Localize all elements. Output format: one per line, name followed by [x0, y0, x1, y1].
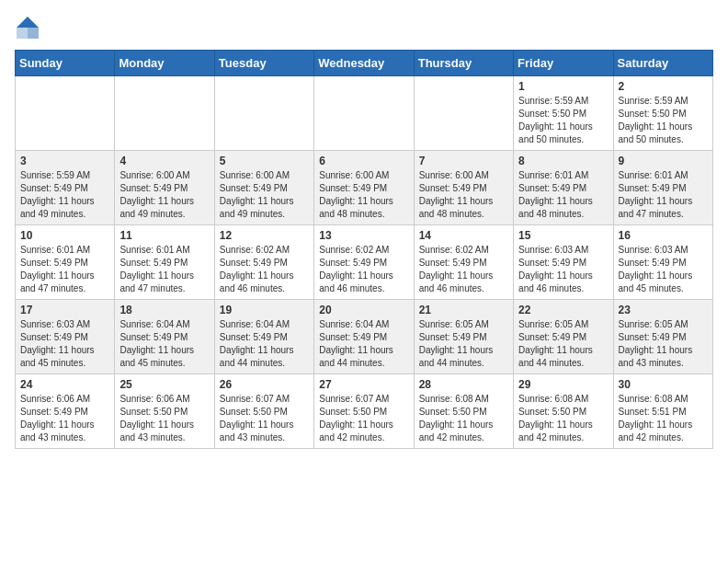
day-info: Sunrise: 6:02 AM Sunset: 5:49 PM Dayligh… [220, 244, 309, 295]
day-number: 28 [419, 378, 508, 391]
day-number: 10 [20, 229, 109, 242]
weekday-header-wednesday: Wednesday [314, 51, 414, 76]
day-number: 19 [220, 304, 309, 316]
calendar-cell: 22Sunrise: 6:05 AM Sunset: 5:49 PM Dayli… [514, 300, 613, 374]
day-number: 13 [319, 229, 408, 242]
day-number: 17 [20, 304, 109, 316]
calendar-cell: 18Sunrise: 6:04 AM Sunset: 5:49 PM Dayli… [115, 300, 214, 374]
day-number: 12 [220, 229, 309, 242]
calendar-table: SundayMondayTuesdayWednesdayThursdayFrid… [15, 50, 713, 449]
day-number: 5 [220, 155, 309, 167]
day-info: Sunrise: 6:05 AM Sunset: 5:49 PM Dayligh… [619, 318, 708, 370]
day-number: 27 [319, 378, 408, 391]
day-number: 6 [319, 155, 408, 167]
weekday-header-monday: Monday [115, 51, 214, 76]
calendar-cell: 30Sunrise: 6:08 AM Sunset: 5:51 PM Dayli… [613, 374, 712, 449]
calendar-cell: 15Sunrise: 6:03 AM Sunset: 5:49 PM Dayli… [514, 225, 613, 300]
day-info: Sunrise: 6:08 AM Sunset: 5:50 PM Dayligh… [518, 393, 608, 444]
calendar-cell: 11Sunrise: 6:01 AM Sunset: 5:49 PM Dayli… [115, 225, 214, 300]
svg-marker-2 [17, 28, 28, 39]
calendar-cell [414, 76, 513, 151]
calendar-cell: 27Sunrise: 6:07 AM Sunset: 5:50 PM Dayli… [314, 374, 414, 449]
day-number: 7 [419, 155, 508, 167]
day-number: 15 [518, 229, 608, 242]
calendar-cell: 1Sunrise: 5:59 AM Sunset: 5:50 PM Daylig… [514, 76, 613, 151]
week-row-4: 24Sunrise: 6:06 AM Sunset: 5:49 PM Dayli… [16, 374, 713, 449]
day-info: Sunrise: 6:06 AM Sunset: 5:50 PM Dayligh… [119, 393, 209, 444]
day-number: 26 [220, 378, 309, 391]
day-number: 30 [619, 378, 708, 391]
day-info: Sunrise: 6:08 AM Sunset: 5:50 PM Dayligh… [419, 393, 508, 444]
day-info: Sunrise: 5:59 AM Sunset: 5:49 PM Dayligh… [20, 169, 109, 221]
logo-icon [15, 15, 40, 40]
day-number: 8 [518, 155, 608, 167]
day-number: 20 [319, 304, 408, 316]
calendar-cell [314, 76, 414, 151]
day-number: 3 [20, 155, 109, 167]
calendar-cell: 8Sunrise: 6:01 AM Sunset: 5:49 PM Daylig… [514, 151, 613, 225]
calendar-cell [115, 76, 214, 151]
calendar-cell: 20Sunrise: 6:04 AM Sunset: 5:49 PM Dayli… [314, 300, 414, 374]
weekday-header-tuesday: Tuesday [214, 51, 313, 76]
day-info: Sunrise: 6:01 AM Sunset: 5:49 PM Dayligh… [619, 169, 708, 221]
day-number: 11 [119, 229, 209, 242]
calendar-cell: 5Sunrise: 6:00 AM Sunset: 5:49 PM Daylig… [214, 151, 313, 225]
weekday-header-friday: Friday [514, 51, 613, 76]
svg-marker-0 [17, 17, 39, 28]
calendar-cell: 28Sunrise: 6:08 AM Sunset: 5:50 PM Dayli… [414, 374, 513, 449]
day-info: Sunrise: 6:02 AM Sunset: 5:49 PM Dayligh… [319, 244, 408, 295]
week-row-2: 10Sunrise: 6:01 AM Sunset: 5:49 PM Dayli… [16, 225, 713, 300]
weekday-header-saturday: Saturday [613, 51, 712, 76]
calendar-cell: 13Sunrise: 6:02 AM Sunset: 5:49 PM Dayli… [314, 225, 414, 300]
calendar-cell: 14Sunrise: 6:02 AM Sunset: 5:49 PM Dayli… [414, 225, 513, 300]
day-info: Sunrise: 6:03 AM Sunset: 5:49 PM Dayligh… [518, 244, 608, 295]
day-number: 14 [419, 229, 508, 242]
day-info: Sunrise: 6:00 AM Sunset: 5:49 PM Dayligh… [220, 169, 309, 221]
day-info: Sunrise: 6:00 AM Sunset: 5:49 PM Dayligh… [419, 169, 508, 221]
day-info: Sunrise: 6:05 AM Sunset: 5:49 PM Dayligh… [518, 318, 608, 370]
calendar-cell: 17Sunrise: 6:03 AM Sunset: 5:49 PM Dayli… [16, 300, 115, 374]
day-info: Sunrise: 6:07 AM Sunset: 5:50 PM Dayligh… [220, 393, 309, 444]
calendar-cell: 9Sunrise: 6:01 AM Sunset: 5:49 PM Daylig… [613, 151, 712, 225]
day-number: 23 [619, 304, 708, 316]
page: SundayMondayTuesdayWednesdayThursdayFrid… [0, 0, 728, 460]
week-row-1: 3Sunrise: 5:59 AM Sunset: 5:49 PM Daylig… [16, 151, 713, 225]
logo [15, 15, 44, 40]
day-info: Sunrise: 6:01 AM Sunset: 5:49 PM Dayligh… [20, 244, 109, 295]
day-number: 1 [518, 80, 608, 93]
day-number: 4 [119, 155, 209, 167]
week-row-3: 17Sunrise: 6:03 AM Sunset: 5:49 PM Dayli… [16, 300, 713, 374]
day-number: 9 [619, 155, 708, 167]
day-info: Sunrise: 6:03 AM Sunset: 5:49 PM Dayligh… [20, 318, 109, 370]
calendar-cell: 24Sunrise: 6:06 AM Sunset: 5:49 PM Dayli… [16, 374, 115, 449]
day-number: 25 [119, 378, 209, 391]
day-number: 21 [419, 304, 508, 316]
day-number: 24 [20, 378, 109, 391]
weekday-header-thursday: Thursday [414, 51, 513, 76]
calendar-cell: 16Sunrise: 6:03 AM Sunset: 5:49 PM Dayli… [613, 225, 712, 300]
calendar-cell: 29Sunrise: 6:08 AM Sunset: 5:50 PM Dayli… [514, 374, 613, 449]
day-info: Sunrise: 6:04 AM Sunset: 5:49 PM Dayligh… [119, 318, 209, 370]
day-info: Sunrise: 6:03 AM Sunset: 5:49 PM Dayligh… [619, 244, 708, 295]
day-info: Sunrise: 6:02 AM Sunset: 5:49 PM Dayligh… [419, 244, 508, 295]
day-info: Sunrise: 6:06 AM Sunset: 5:49 PM Dayligh… [20, 393, 109, 444]
svg-marker-1 [28, 28, 39, 39]
day-info: Sunrise: 6:01 AM Sunset: 5:49 PM Dayligh… [119, 244, 209, 295]
header [15, 15, 713, 40]
calendar-cell: 26Sunrise: 6:07 AM Sunset: 5:50 PM Dayli… [214, 374, 313, 449]
day-info: Sunrise: 5:59 AM Sunset: 5:50 PM Dayligh… [619, 95, 708, 146]
calendar-cell: 19Sunrise: 6:04 AM Sunset: 5:49 PM Dayli… [214, 300, 313, 374]
calendar-cell [16, 76, 115, 151]
weekday-header-row: SundayMondayTuesdayWednesdayThursdayFrid… [16, 51, 713, 76]
day-info: Sunrise: 6:04 AM Sunset: 5:49 PM Dayligh… [220, 318, 309, 370]
weekday-header-sunday: Sunday [16, 51, 115, 76]
day-info: Sunrise: 6:05 AM Sunset: 5:49 PM Dayligh… [419, 318, 508, 370]
calendar-cell: 4Sunrise: 6:00 AM Sunset: 5:49 PM Daylig… [115, 151, 214, 225]
calendar-cell: 3Sunrise: 5:59 AM Sunset: 5:49 PM Daylig… [16, 151, 115, 225]
day-info: Sunrise: 6:08 AM Sunset: 5:51 PM Dayligh… [619, 393, 708, 444]
calendar-cell: 6Sunrise: 6:00 AM Sunset: 5:49 PM Daylig… [314, 151, 414, 225]
calendar-cell: 7Sunrise: 6:00 AM Sunset: 5:49 PM Daylig… [414, 151, 513, 225]
calendar-cell [214, 76, 313, 151]
day-info: Sunrise: 6:01 AM Sunset: 5:49 PM Dayligh… [518, 169, 608, 221]
day-info: Sunrise: 6:07 AM Sunset: 5:50 PM Dayligh… [319, 393, 408, 444]
